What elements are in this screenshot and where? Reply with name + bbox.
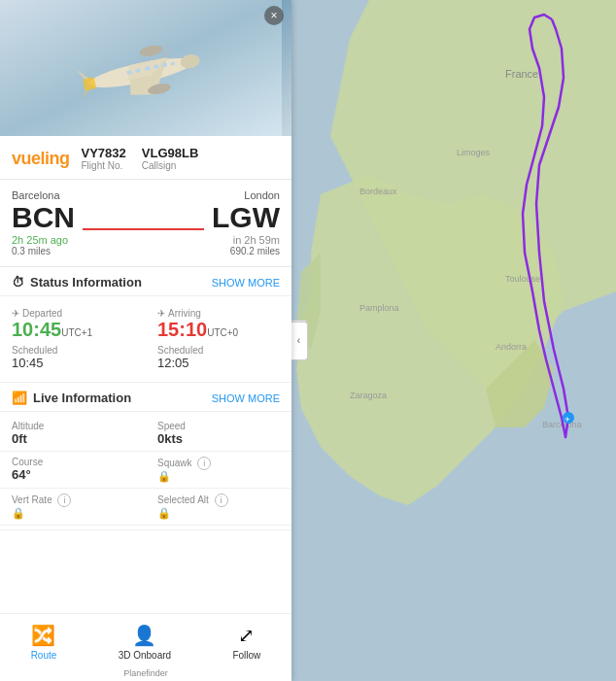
dest-time-ahead: in 2h 59m (212, 234, 280, 246)
selected-alt-value: 🔒 (157, 507, 280, 520)
nav-route[interactable]: 🔀 Route (31, 624, 57, 661)
live-show-more[interactable]: SHOW MORE (212, 392, 280, 404)
status-title-text: Status Information (30, 275, 142, 289)
origin-city-name: Barcelona (12, 189, 75, 201)
departed-cell: ✈ Departed 10:45UTC+1 Scheduled 10:45 (0, 302, 146, 376)
status-show-more[interactable]: SHOW MORE (212, 277, 280, 289)
map-panel: France Limoges Bordeaux Toulouse Pamplon… (291, 0, 616, 681)
vert-rate-cell: Vert Rate i 🔒 (0, 489, 146, 526)
status-section-header: ⏱ Status Information SHOW MORE (0, 267, 291, 296)
clock-icon: ⏱ (12, 275, 24, 289)
course-label: Course (12, 457, 134, 467)
origin-time-ago: 2h 25m ago (12, 234, 75, 246)
origin-code: BCN (12, 203, 75, 232)
squawk-label: Squawk i (157, 457, 280, 470)
svg-text:Bordeaux: Bordeaux (359, 187, 397, 196)
origin-block: Barcelona BCN 2h 25m ago 0.3 miles (12, 189, 75, 256)
map-collapse-handle[interactable]: ‹ (291, 322, 308, 360)
flight-no-label: Flight No. (82, 160, 126, 171)
bottom-nav: 🔀 Route 👤 3D Onboard ⤢ Follow (0, 613, 291, 668)
vert-rate-value: 🔒 (12, 507, 134, 520)
altitude-cell: Altitude 0ft (0, 416, 146, 452)
arriving-value: 15:10UTC+0 (157, 319, 280, 341)
course-value: 64° (12, 467, 134, 482)
speed-value: 0kts (157, 431, 280, 446)
dest-code: LGW (212, 203, 280, 232)
follow-label: Follow (232, 650, 260, 661)
vert-rate-info-icon[interactable]: i (57, 494, 71, 507)
flight-no-value: VY7832 (82, 146, 126, 160)
route-line (75, 228, 212, 230)
route-info: Barcelona BCN 2h 25m ago 0.3 miles Londo… (0, 180, 291, 267)
left-panel: × vueling VY7832 Flight No. VLG98LB Call… (0, 0, 291, 681)
vert-rate-label: Vert Rate i (12, 494, 134, 507)
follow-icon: ⤢ (238, 624, 255, 647)
sched-depart-value: 10:45 (12, 356, 134, 370)
svg-text:Zaragoza: Zaragoza (350, 391, 387, 400)
flight-details: VY7832 Flight No. VLG98LB Callsign (82, 146, 199, 171)
planefinder-badge: Planefinder (0, 668, 291, 681)
squawk-info-icon[interactable]: i (197, 457, 211, 470)
sched-arrive-label: Scheduled (157, 345, 280, 356)
sched-depart-label: Scheduled (12, 345, 134, 356)
status-section-title: ⏱ Status Information (12, 275, 142, 289)
dest-dist: 690.2 miles (212, 246, 280, 256)
svg-rect-10 (83, 77, 96, 90)
airline-info: vueling VY7832 Flight No. VLG98LB Callsi… (0, 136, 291, 180)
svg-text:Pamplona: Pamplona (359, 303, 399, 313)
plane-marker: ✈ (563, 412, 574, 424)
callsign-label: Callsign (142, 160, 199, 171)
speed-cell: Speed 0kts (146, 416, 291, 452)
status-grid: ✈ Departed 10:45UTC+1 Scheduled 10:45 ✈ … (0, 296, 291, 383)
course-cell: Course 64° (0, 452, 146, 489)
selected-alt-cell: Selected Alt i 🔒 (146, 489, 291, 526)
svg-text:Toulouse: Toulouse (505, 274, 540, 284)
arriving-plane-icon: ✈ (157, 308, 165, 319)
wifi-icon: 📶 (12, 391, 27, 405)
svg-text:Andorra: Andorra (496, 342, 527, 352)
sched-arrive-value: 12:05 (157, 356, 280, 370)
flight-no-block: VY7832 Flight No. (82, 146, 126, 171)
svg-text:France: France (505, 68, 538, 80)
selected-alt-label: Selected Alt i (157, 494, 280, 507)
callsign-block: VLG98LB Callsign (142, 146, 199, 171)
plane-image: × (0, 0, 291, 136)
live-section-title: 📶 Live Information (12, 391, 131, 405)
departed-value: 10:45UTC+1 (12, 319, 134, 341)
squawk-cell: Squawk i 🔒 (146, 452, 291, 489)
airline-logo: vueling (12, 149, 70, 169)
nav-3d-onboard[interactable]: 👤 3D Onboard (119, 624, 171, 661)
dest-city-name: London (212, 189, 280, 201)
route-cities: Barcelona BCN 2h 25m ago 0.3 miles Londo… (12, 189, 280, 256)
route-icon: 🔀 (31, 624, 55, 647)
departed-tz: UTC+1 (61, 327, 92, 338)
live-grid: Altitude 0ft Speed 0kts Course 64° Squaw… (0, 412, 291, 530)
origin-dist: 0.3 miles (12, 246, 75, 256)
route-label: Route (31, 650, 57, 661)
map-svg: France Limoges Bordeaux Toulouse Pamplon… (291, 0, 616, 681)
nav-follow[interactable]: ⤢ Follow (232, 624, 260, 661)
sky-background (0, 0, 282, 136)
arriving-label: ✈ Arriving (157, 308, 280, 319)
departed-label: ✈ Departed (12, 308, 134, 319)
departed-plane-icon: ✈ (12, 308, 19, 319)
live-section-header: 📶 Live Information SHOW MORE (0, 383, 291, 412)
close-button[interactable]: × (264, 6, 284, 25)
live-title-text: Live Information (33, 391, 131, 405)
svg-text:Limoges: Limoges (457, 148, 491, 157)
arriving-tz: UTC+0 (207, 327, 238, 338)
squawk-value: 🔒 (157, 470, 280, 483)
onboard-label: 3D Onboard (119, 650, 171, 661)
altitude-value: 0ft (12, 431, 134, 446)
arriving-cell: ✈ Arriving 15:10UTC+0 Scheduled 12:05 (146, 302, 291, 376)
route-dash (83, 228, 204, 230)
dest-block: London LGW in 2h 59m 690.2 miles (212, 189, 280, 256)
speed-label: Speed (157, 421, 280, 431)
selected-alt-info-icon[interactable]: i (215, 494, 228, 507)
callsign-value: VLG98LB (142, 146, 199, 160)
svg-text:✈: ✈ (565, 416, 570, 423)
altitude-label: Altitude (12, 421, 134, 431)
onboard-icon: 👤 (132, 624, 156, 647)
